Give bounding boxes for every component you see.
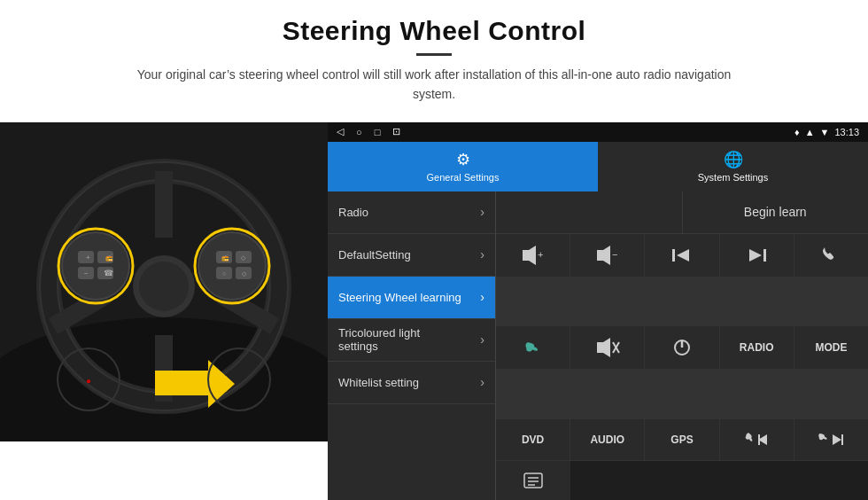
back-icon[interactable]: ◁: [337, 126, 344, 137]
chevron-icon: ›: [480, 375, 484, 389]
page-title: Steering Wheel Control: [53, 16, 815, 46]
page-wrapper: Steering Wheel Control Your original car…: [0, 0, 868, 500]
signal-icon: ▲: [805, 127, 815, 137]
main-content: Radio › DefaultSetting › Steering Wheel …: [328, 191, 868, 500]
chevron-icon: ›: [480, 290, 484, 304]
svg-rect-41: [763, 249, 766, 262]
prev-track-button[interactable]: [645, 234, 718, 277]
dvd-label: DVD: [522, 434, 544, 446]
call-prev-button[interactable]: [720, 419, 794, 460]
android-ui: ◁ ○ □ ⊡ ♦ ▲ ▼ 13:13 ⚙ General Settings: [328, 122, 868, 500]
blank-box: [496, 191, 683, 233]
svg-text:●: ●: [86, 376, 91, 386]
top-controls: Begin learn: [496, 191, 868, 234]
list-icon-button[interactable]: [496, 461, 570, 500]
title-divider: [416, 53, 452, 56]
menu-default-label: DefaultSetting: [338, 248, 411, 262]
status-right: ♦ ▲ ▼ 13:13: [794, 127, 859, 137]
mode-button[interactable]: MODE: [794, 326, 868, 369]
svg-point-20: [198, 232, 266, 300]
recent-icon[interactable]: □: [375, 127, 381, 137]
menu-list: Radio › DefaultSetting › Steering Wheel …: [328, 191, 496, 500]
mute-button[interactable]: [570, 326, 644, 369]
tab-system-label: System Settings: [698, 172, 768, 183]
menu-item-tricoloured[interactable]: Tricoloured lightsettings ›: [328, 319, 495, 362]
content-area: + 📻 − ☎ 📻 ◇ ○ ◇: [0, 122, 868, 500]
svg-rect-50: [841, 434, 843, 445]
control-buttons-row3: DVD AUDIO GPS: [496, 419, 868, 460]
svg-marker-51: [833, 434, 841, 445]
menu-item-radio[interactable]: Radio ›: [328, 191, 495, 234]
svg-text:📻: 📻: [105, 254, 113, 262]
clock: 13:13: [834, 127, 859, 137]
radio-label: RADIO: [740, 341, 774, 354]
power-button[interactable]: [645, 326, 718, 369]
globe-icon: 🌐: [724, 150, 743, 169]
location-icon: ♦: [794, 127, 800, 137]
control-buttons-row2: RADIO MODE: [496, 326, 868, 419]
svg-rect-39: [672, 249, 675, 262]
svg-point-11: [62, 232, 129, 300]
home-icon[interactable]: ○: [356, 127, 362, 137]
status-bar: ◁ ○ □ ⊡ ♦ ▲ ▼ 13:13: [328, 122, 868, 142]
tab-bar: ⚙ General Settings 🌐 System Settings: [328, 142, 868, 191]
svg-text:○: ○: [222, 270, 226, 277]
tab-general-label: General Settings: [427, 172, 500, 183]
call-next-button[interactable]: [794, 419, 868, 460]
controls-panel: Begin learn + −: [496, 191, 868, 500]
svg-text:📻: 📻: [221, 254, 229, 262]
svg-marker-37: [597, 246, 610, 265]
tab-system-settings[interactable]: 🌐 System Settings: [598, 142, 868, 191]
vol-up-button[interactable]: +: [496, 234, 570, 277]
chevron-icon: ›: [480, 247, 484, 262]
chevron-icon: ›: [480, 332, 484, 347]
svg-marker-35: [523, 246, 536, 265]
menu-whitelist-label: Whitelist setting: [338, 376, 419, 389]
mode-label: MODE: [815, 341, 847, 354]
tab-general-settings[interactable]: ⚙ General Settings: [328, 142, 598, 191]
menu-item-default[interactable]: DefaultSetting ›: [328, 234, 495, 277]
vol-down-button[interactable]: −: [570, 234, 644, 277]
menu-radio-label: Radio: [338, 206, 368, 219]
svg-point-10: [139, 262, 189, 311]
steering-wheel-image: + 📻 − ☎ 📻 ◇ ○ ◇: [0, 122, 328, 441]
gear-icon: ⚙: [456, 150, 470, 169]
gps-label: GPS: [670, 434, 693, 446]
menu-item-steering[interactable]: Steering Wheel learning ›: [328, 277, 495, 319]
svg-text:−: −: [612, 249, 617, 260]
next-track-button[interactable]: [720, 234, 794, 277]
menu-steering-label: Steering Wheel learning: [338, 291, 461, 304]
chevron-icon: ›: [480, 205, 484, 219]
control-buttons-row1: + −: [496, 234, 868, 327]
dvd-button[interactable]: DVD: [496, 419, 570, 460]
menu-icon[interactable]: ⊡: [392, 126, 400, 137]
svg-text:+: +: [538, 249, 543, 260]
audio-label: AUDIO: [590, 434, 624, 446]
status-nav: ◁ ○ □ ⊡: [337, 126, 400, 137]
menu-item-whitelist[interactable]: Whitelist setting ›: [328, 362, 495, 404]
svg-text:☎: ☎: [104, 269, 113, 277]
last-row: [496, 460, 868, 500]
wifi-icon: ▼: [820, 127, 830, 137]
begin-learn-button[interactable]: Begin learn: [683, 191, 869, 233]
call-button[interactable]: [794, 234, 868, 277]
menu-tricoloured-label: Tricoloured lightsettings: [338, 326, 420, 353]
radio-button[interactable]: RADIO: [720, 326, 794, 369]
answer-button[interactable]: [496, 326, 570, 369]
header-section: Steering Wheel Control Your original car…: [0, 0, 868, 113]
audio-button[interactable]: AUDIO: [570, 419, 644, 460]
gps-button[interactable]: GPS: [645, 419, 718, 460]
svg-text:−: −: [84, 270, 89, 277]
svg-marker-42: [749, 249, 762, 262]
svg-text:+: +: [86, 254, 90, 262]
svg-marker-43: [597, 338, 610, 357]
svg-marker-40: [677, 249, 689, 262]
page-subtitle: Your original car’s steering wheel contr…: [124, 65, 744, 105]
